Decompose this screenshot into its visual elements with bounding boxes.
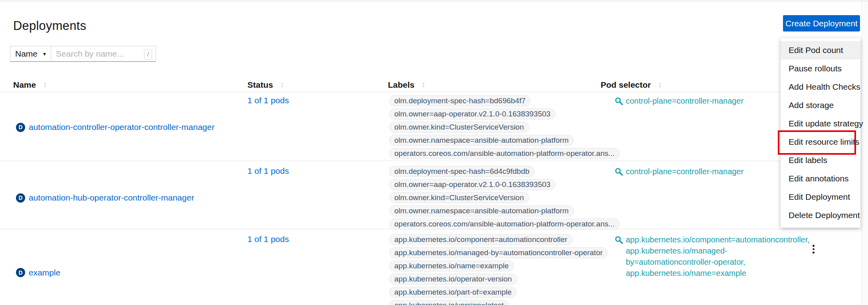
label-chip[interactable]: app.kubernetes.io/name=example: [389, 260, 514, 272]
menu-item-edit-annotations[interactable]: Edit annotations: [781, 169, 860, 188]
pod-selector-link[interactable]: app.kubernetes.io/name=example: [626, 268, 810, 279]
label-chip[interactable]: olm.owner=aap-operator.v2.1.0-0.16383935…: [389, 179, 556, 190]
label-chip[interactable]: olm.owner.namespace=ansible-automation-p…: [389, 135, 574, 146]
sort-icon[interactable]: ↕: [43, 81, 47, 89]
pods-status-link[interactable]: 1 of 1 pods: [247, 234, 289, 244]
menu-item-edit-resource-limits[interactable]: Edit resource limits: [781, 133, 860, 151]
deployment-name-link[interactable]: automation-hub-operator-controller-manag…: [29, 193, 194, 203]
label-chip[interactable]: operators.coreos.com/ansible-automation-…: [389, 218, 620, 230]
filter-type-label: Name: [15, 49, 38, 59]
deployment-name-link[interactable]: example: [29, 268, 60, 277]
chevron-down-icon: ▾: [43, 51, 46, 57]
search-icon: [615, 167, 623, 176]
pod-selector-cell: control-plane=controller-manager: [615, 166, 806, 230]
column-header-labels[interactable]: Labels ↕: [388, 80, 615, 90]
label-chip[interactable]: olm.owner.namespace=ansible-automation-p…: [389, 205, 574, 216]
create-deployment-button[interactable]: Create Deployment: [783, 15, 860, 31]
labels-cell: olm.deployment-spec-hash=bd696b4f7 olm.o…: [388, 95, 615, 159]
search-icon: [615, 236, 623, 244]
search-field-wrap: /: [51, 46, 156, 62]
pod-selector-link[interactable]: control-plane=controller-manager: [626, 166, 743, 177]
label-chip[interactable]: olm.owner.kind=ClusterServiceVersion: [389, 192, 529, 203]
table-header-row: Name ↕ Status ↕ Labels ↕ Pod selector ↕: [0, 78, 868, 92]
scrollbar[interactable]: [861, 1, 868, 305]
deployment-badge: D: [16, 123, 25, 132]
top-divider: [0, 1, 868, 1]
menu-item-add-storage[interactable]: Add storage: [781, 96, 860, 114]
sort-icon[interactable]: ↕: [658, 81, 662, 89]
kebab-menu-button[interactable]: [811, 243, 816, 255]
menu-item-edit-pod-count[interactable]: Edit Pod count: [781, 41, 860, 59]
search-input[interactable]: [51, 46, 136, 61]
column-header-pod-selector[interactable]: Pod selector ↕: [601, 80, 806, 90]
deployments-page: Deployments Create Deployment Name ▾ / N…: [0, 0, 868, 305]
label-chip[interactable]: app.kubernetes.io/component=automationco…: [389, 234, 573, 245]
pod-selector-cell: app.kubernetes.io/component=automationco…: [615, 234, 806, 305]
pod-selector-link[interactable]: app.kubernetes.io/component=automationco…: [626, 234, 810, 245]
page-title: Deployments: [13, 19, 86, 33]
menu-item-pause-rollouts[interactable]: Pause rollouts: [781, 59, 860, 78]
table-row: D automation-controller-operator-control…: [0, 92, 868, 161]
deployment-badge: D: [16, 268, 25, 277]
pod-selector-link[interactable]: app.kubernetes.io/managed-by=automationc…: [626, 245, 810, 268]
menu-item-edit-update-strategy[interactable]: Edit update strategy: [781, 114, 860, 133]
table-row: D automation-hub-operator-controller-man…: [0, 161, 868, 229]
label-chip[interactable]: olm.owner=aap-operator.v2.1.0-0.16383935…: [389, 108, 556, 120]
label-chip[interactable]: app.kubernetes.io/operator-version: [389, 274, 517, 285]
labels-cell: app.kubernetes.io/component=automationco…: [388, 234, 615, 305]
deployments-table: Name ↕ Status ↕ Labels ↕ Pod selector ↕ …: [0, 78, 868, 305]
search-icon: [615, 97, 623, 105]
label-chip[interactable]: olm.deployment-spec-hash=bd696b4f7: [389, 95, 531, 106]
deployment-badge: D: [16, 193, 25, 203]
keyboard-shortcut-badge: /: [144, 49, 152, 59]
menu-item-edit-deployment[interactable]: Edit Deployment: [781, 188, 860, 206]
pod-selector-cell: control-plane=controller-manager: [615, 95, 806, 159]
table-row: D example 1 of 1 pods app.kubernetes.io/…: [0, 229, 868, 305]
label-chip[interactable]: app.kubernetes.io/part-of=example: [389, 287, 517, 298]
label-chip[interactable]: olm.owner.kind=ClusterServiceVersion: [389, 122, 529, 133]
labels-cell: olm.deployment-spec-hash=6d4c9fdbdb olm.…: [388, 166, 615, 230]
menu-item-add-health-checks[interactable]: Add Health Checks: [781, 78, 860, 96]
pods-status-link[interactable]: 1 of 1 pods: [247, 96, 289, 105]
column-header-name[interactable]: Name ↕: [13, 80, 247, 90]
deployment-name-link[interactable]: automation-controller-operator-controlle…: [29, 122, 215, 132]
label-chip[interactable]: app.kubernetes.io/version=latest: [389, 300, 509, 305]
menu-item-delete-deployment[interactable]: Delete Deployment: [781, 206, 860, 224]
deployment-actions-menu: Edit Pod count Pause rollouts Add Health…: [781, 38, 860, 228]
column-header-status[interactable]: Status ↕: [247, 80, 388, 90]
sort-icon[interactable]: ↕: [280, 81, 284, 89]
filter-toolbar: Name ▾ /: [10, 46, 156, 62]
menu-item-edit-labels[interactable]: Edit labels: [781, 151, 860, 169]
pods-status-link[interactable]: 1 of 1 pods: [247, 166, 289, 175]
filter-type-select[interactable]: Name ▾: [10, 46, 51, 62]
label-chip[interactable]: app.kubernetes.io/managed-by=automationc…: [389, 247, 608, 258]
pod-selector-link[interactable]: control-plane=controller-manager: [626, 95, 743, 106]
label-chip[interactable]: olm.deployment-spec-hash=6d4c9fdbdb: [389, 166, 535, 177]
label-chip[interactable]: operators.coreos.com/ansible-automation-…: [389, 148, 620, 159]
sort-icon[interactable]: ↕: [422, 81, 426, 89]
